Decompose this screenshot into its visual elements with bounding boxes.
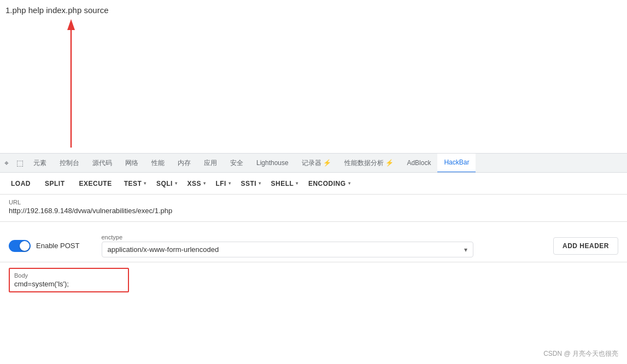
add-header-button[interactable]: ADD HEADER (553, 237, 618, 255)
devtools-tab-memory[interactable]: 内存 (171, 153, 197, 173)
body-label: Body (14, 272, 124, 279)
devtools-tab-hackbar[interactable]: HackBar (437, 153, 476, 173)
url-label: URL (9, 199, 618, 206)
enable-post-toggle[interactable] (9, 240, 31, 252)
devtools-tab-console[interactable]: 控制台 (53, 153, 86, 173)
enctype-group: enctype application/x-www-form-urlencode… (102, 234, 531, 257)
devtools-tab-application[interactable]: 应用 (197, 153, 224, 173)
red-arrow (49, 16, 93, 153)
devtools-tab-elements[interactable]: 元素 (27, 153, 53, 173)
hackbar-split-button[interactable]: SPLIT (38, 177, 72, 191)
devtools-tab-performance[interactable]: 性能 (145, 153, 171, 173)
post-section: Enable POST enctype application/x-www-fo… (0, 230, 627, 262)
enable-post-group: Enable POST (9, 240, 80, 252)
devtools-tab-cursor1[interactable]: ⌖ (0, 153, 13, 173)
body-value[interactable]: cmd=system('ls'); (14, 280, 124, 288)
svg-marker-1 (67, 19, 75, 30)
annotation-area: 1.php help index.php source (0, 0, 627, 153)
devtools-tab-bar: ⌖ ⬚ 元素 控制台 源代码 网络 性能 内存 应用 安全 Lighthouse… (0, 153, 627, 173)
annotation-text: 1.php help index.php source (5, 5, 108, 15)
encoding-dropdown-arrow: ▾ (348, 181, 351, 186)
ssti-dropdown-arrow: ▾ (259, 181, 261, 186)
enctype-dropdown-arrow: ▾ (464, 246, 467, 254)
hackbar-sqli-dropdown[interactable]: SQLI ▾ (152, 177, 182, 191)
devtools-tab-recorder[interactable]: 记录器 ⚡ (295, 153, 338, 173)
enctype-select[interactable]: application/x-www-form-urlencoded ▾ (102, 242, 473, 257)
enctype-value: application/x-www-form-urlencoded (108, 245, 464, 254)
watermark: CSDN @ 月亮今天也很亮 (543, 349, 618, 359)
sqli-dropdown-arrow: ▾ (175, 181, 178, 186)
hackbar-ssti-dropdown[interactable]: SSTI ▾ (236, 177, 265, 191)
hackbar-lfi-dropdown[interactable]: LFI ▾ (211, 177, 235, 191)
devtools-tab-network[interactable]: 网络 (119, 153, 145, 173)
devtools-tab-adblock[interactable]: AdBlock (400, 153, 437, 173)
enable-post-label: Enable POST (36, 242, 80, 250)
url-value[interactable]: http://192.168.9.148/dvwa/vulnerabilitie… (9, 207, 618, 215)
hackbar-toolbar: LOAD SPLIT EXECUTE TEST ▾ SQLI ▾ XSS ▾ L… (0, 173, 627, 195)
hackbar-shell-dropdown[interactable]: SHELL ▾ (267, 177, 303, 191)
devtools-tab-lighthouse[interactable]: Lighthouse (250, 153, 295, 173)
devtools-tab-sources[interactable]: 源代码 (86, 153, 119, 173)
hackbar-xss-dropdown[interactable]: XSS ▾ (183, 177, 210, 191)
hackbar-test-dropdown[interactable]: TEST ▾ (120, 177, 151, 191)
xss-dropdown-arrow: ▾ (203, 181, 206, 186)
enctype-label: enctype (102, 234, 531, 240)
shell-dropdown-arrow: ▾ (296, 181, 298, 186)
url-section: URL http://192.168.9.148/dvwa/vulnerabil… (0, 195, 627, 222)
test-dropdown-arrow: ▾ (144, 181, 147, 186)
toggle-knob (20, 241, 30, 251)
hackbar-load-button[interactable]: LOAD (4, 177, 37, 191)
hackbar-encoding-dropdown[interactable]: ENCODING ▾ (304, 177, 355, 191)
lfi-dropdown-arrow: ▾ (228, 181, 231, 186)
devtools-tab-cursor2[interactable]: ⬚ (13, 153, 27, 173)
hackbar-execute-button[interactable]: EXECUTE (73, 177, 119, 191)
body-section: Body cmd=system('ls'); (9, 268, 129, 292)
devtools-tab-performance-insights[interactable]: 性能数据分析 ⚡ (338, 153, 400, 173)
devtools-tab-security[interactable]: 安全 (224, 153, 250, 173)
